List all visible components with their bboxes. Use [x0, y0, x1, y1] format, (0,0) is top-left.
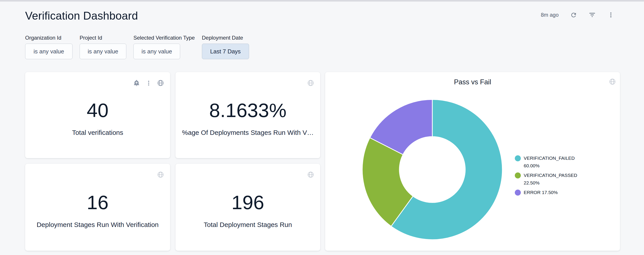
kebab-menu-icon [146, 80, 152, 86]
pass-vs-fail-chart-card: Pass vs Fail VERIFICATION_FAILED 60.00% … [325, 72, 620, 251]
filters-toggle-button[interactable] [588, 11, 596, 19]
tile-total-verifications: 40 Total verifications [25, 72, 170, 158]
tile-timezone-button[interactable] [307, 171, 314, 178]
globe-icon [157, 171, 164, 178]
chart-legend: VERIFICATION_FAILED 60.00% VERIFICATION_… [515, 154, 582, 198]
page-title: Verification Dashboard [25, 9, 620, 22]
filter-project-id: Project Id is any value [80, 35, 126, 59]
tile-timezone-button[interactable] [157, 79, 164, 87]
legend-swatch-icon [515, 190, 521, 196]
filters-bar: Organization Id is any value Project Id … [25, 35, 620, 59]
tile-label: Total verifications [72, 129, 123, 137]
globe-icon [157, 79, 164, 87]
filter-selected-verification-type: Selected Verification Type is any value [134, 35, 195, 59]
legend-item-verification-failed[interactable]: VERIFICATION_FAILED 60.00% [515, 154, 582, 170]
legend-label: VERIFICATION_PASSED 22.50% [524, 172, 582, 187]
filter-icon [588, 11, 596, 19]
filter-label: Deployment Date [202, 35, 249, 41]
tile-deployment-stages-run-with-verification: 16 Deployment Stages Run With Verificati… [25, 164, 170, 251]
tile-hover-actions [307, 171, 314, 178]
globe-icon [307, 79, 314, 87]
tile-timezone-button[interactable] [609, 78, 616, 85]
tile-value: 8.1633% [209, 101, 286, 120]
tile-hover-actions [307, 79, 314, 87]
legend-item-error[interactable]: ERROR 17.50% [515, 189, 582, 196]
filter-label: Project Id [80, 35, 126, 41]
legend-swatch-icon [515, 172, 521, 178]
donut-chart [362, 99, 503, 240]
dashboard-content: Verification Dashboard 8m ago Organizati… [25, 2, 620, 251]
filter-label: Organization Id [25, 35, 72, 41]
tile-body: 16 Deployment Stages Run With Verificati… [25, 164, 170, 251]
filter-deployment-date: Deployment Date Last 7 Days [202, 35, 249, 59]
filter-label: Selected Verification Type [134, 35, 195, 41]
tile-total-deployment-stages-run: 196 Total Deployment Stages Run [176, 164, 320, 251]
tile-pct-deployment-stages-with-verification: 8.1633% %age Of Deployments Stages Run W… [176, 72, 320, 158]
verification-dashboard-page: { "header": { "title": "Verification Das… [0, 0, 644, 255]
tile-value: 196 [232, 193, 264, 212]
tile-label: Deployment Stages Run With Verification [37, 221, 159, 229]
dashboard-header: Verification Dashboard 8m ago [25, 9, 620, 23]
tile-value: 40 [87, 101, 108, 120]
tile-value: 16 [87, 193, 108, 212]
tile-timezone-button[interactable] [157, 171, 164, 178]
legend-item-verification-passed[interactable]: VERIFICATION_PASSED 22.50% [515, 172, 582, 187]
header-controls: 8m ago [541, 11, 615, 19]
last-updated-timestamp: 8m ago [541, 12, 558, 18]
legend-swatch-icon [515, 155, 521, 161]
filter-value-chip[interactable]: is any value [80, 44, 126, 59]
set-alert-button[interactable] [133, 79, 140, 87]
chart-title: Pass vs Fail [325, 78, 620, 86]
tile-label: Total Deployment Stages Run [204, 221, 292, 229]
filter-value-chip[interactable]: Last 7 Days [202, 44, 249, 59]
tile-label: %age Of Deployments Stages Run With V… [182, 129, 314, 137]
tile-menu-button[interactable] [145, 79, 152, 87]
tiles-grid: 40 Total verifications 8.1633% %age Of D… [25, 72, 620, 251]
legend-label: ERROR 17.50% [524, 189, 558, 196]
tile-timezone-button[interactable] [307, 79, 314, 87]
refresh-icon [570, 12, 577, 19]
kebab-menu-icon [608, 12, 614, 18]
tile-hover-actions [157, 171, 164, 178]
globe-icon [609, 78, 616, 85]
dashboard-menu-button[interactable] [607, 11, 615, 19]
globe-icon [307, 171, 314, 178]
filter-value-chip[interactable]: is any value [25, 44, 72, 59]
window-top-edge [0, 0, 644, 2]
filter-value-chip[interactable]: is any value [134, 44, 180, 59]
filter-organization-id: Organization Id is any value [25, 35, 72, 59]
add-alert-icon [133, 79, 140, 87]
tile-body: 196 Total Deployment Stages Run [176, 164, 320, 251]
legend-label: VERIFICATION_FAILED 60.00% [524, 154, 582, 170]
tile-hover-actions [133, 79, 164, 87]
refresh-button[interactable] [570, 11, 577, 19]
tile-body: 8.1633% %age Of Deployments Stages Run W… [176, 72, 320, 158]
pass-vs-fail-donut[interactable] [362, 99, 503, 240]
